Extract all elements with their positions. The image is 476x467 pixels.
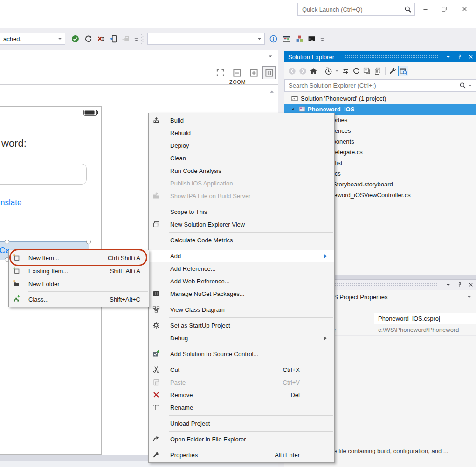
close-button[interactable] — [458, 4, 471, 14]
menu-item-calculate-code-metrics[interactable]: Calculate Code Metrics — [149, 234, 334, 247]
menu-item-manage-nuget-packages[interactable]: Manage NuGet Packages... — [149, 288, 334, 300]
menu-item-cut[interactable]: CutCtrl+X — [149, 364, 334, 376]
submenu-item-existing-item[interactable]: Existing Item...Shift+Alt+A — [9, 264, 149, 277]
deploy-device-button[interactable] — [108, 33, 119, 44]
property-value[interactable]: Phoneword_iOS.csproj — [374, 313, 476, 324]
collapse-all-button[interactable] — [362, 66, 372, 76]
preview-selected-items-button[interactable] — [398, 66, 408, 76]
restore-button[interactable] — [437, 4, 450, 14]
filter-dropdown-button[interactable] — [334, 66, 340, 76]
home-button[interactable] — [308, 66, 318, 76]
solution-explorer-titlebar[interactable]: Solution Explorer — [284, 51, 476, 62]
menu-item-build[interactable]: Build — [149, 114, 334, 127]
remove-icon — [152, 391, 163, 399]
menu-item-run-code-analysis[interactable]: Run Code Analysis — [149, 165, 334, 177]
import-button-disabled — [120, 33, 131, 44]
menu-item-debug[interactable]: Debug — [149, 332, 334, 344]
menu-icon-slot — [152, 277, 163, 286]
menu-item-rebuild[interactable]: Rebuild — [149, 127, 334, 139]
sync-button[interactable] — [83, 33, 94, 44]
arrow-slot — [322, 237, 329, 244]
menu-icon-slot — [152, 334, 163, 343]
debug-target-combo[interactable]: ached. — [0, 33, 65, 45]
packages-button[interactable] — [294, 33, 305, 44]
pane-pin-button[interactable] — [455, 281, 464, 289]
pane-menu-button[interactable] — [443, 281, 453, 289]
designer-label: word: — [1, 137, 27, 150]
menu-item-label: Publish iOS Application... — [170, 180, 238, 187]
scroll-up-button[interactable] — [268, 88, 276, 96]
scroll-up-icon — [269, 89, 275, 95]
zoom-in-button[interactable] — [247, 66, 260, 79]
fit-icon — [216, 69, 225, 77]
cancel-build-button[interactable] — [95, 33, 106, 44]
form-designer-button[interactable] — [281, 33, 292, 44]
battery-icon — [83, 110, 99, 116]
zoom-actual-size-button[interactable] — [262, 66, 276, 79]
menu-item-properties[interactable]: PropertiesAlt+Enter — [149, 449, 334, 461]
properties-button[interactable] — [387, 66, 398, 76]
submenu-arrow-icon — [322, 335, 329, 342]
menu-item-unload-project[interactable]: Unload Project — [149, 417, 334, 430]
menu-item-label: Clean — [170, 155, 186, 162]
menu-item-open-folder-in-file-explorer[interactable]: Open Folder in File Explorer — [149, 433, 334, 446]
property-value[interactable]: c:\WS\Phoneword\Phoneword_ — [374, 324, 476, 336]
expand-arrow-icon[interactable] — [289, 106, 296, 112]
run-checks-button[interactable] — [69, 33, 81, 44]
console-button[interactable] — [306, 33, 317, 44]
menu-item-add-reference[interactable]: Add Reference... — [149, 262, 334, 275]
menu-item-new-solution-explorer-view[interactable]: New Solution Explorer View — [149, 218, 334, 231]
pane-pin-button[interactable] — [455, 53, 464, 61]
refresh-button[interactable] — [351, 66, 361, 76]
designer-text-field[interactable] — [0, 164, 87, 185]
solution-explorer-search-input[interactable] — [289, 82, 459, 89]
menu-item-scope-to-this[interactable]: Scope to This — [149, 206, 334, 218]
menu-item-publish-ios-application: Publish iOS Application... — [149, 177, 334, 190]
menu-item-remove[interactable]: RemoveDel — [149, 389, 334, 401]
arrow-slot — [322, 221, 329, 228]
menu-separator — [169, 415, 333, 416]
info-button[interactable] — [268, 33, 279, 44]
menu-item-add-solution-to-source-control[interactable]: Add Solution to Source Control... — [149, 348, 334, 360]
sync-with-active-button[interactable] — [340, 66, 351, 76]
pane-menu-button[interactable] — [443, 53, 453, 61]
toolbar-overflow-button[interactable] — [132, 34, 140, 45]
menu-item-clean[interactable]: Clean — [149, 152, 334, 165]
solution-explorer-search[interactable] — [284, 79, 476, 92]
menu-item-view-class-diagram[interactable]: View Class Diagram — [149, 303, 334, 316]
arrow-slot — [322, 143, 329, 149]
arrow-slot — [322, 323, 329, 329]
menu-item-label: Calculate Code Metrics — [170, 237, 233, 244]
pane-close-button[interactable] — [466, 53, 476, 61]
menu-item-deploy[interactable]: Deploy — [149, 139, 334, 152]
menu-item-label: Add Solution to Source Control... — [170, 350, 258, 357]
zoom-out-button[interactable] — [230, 66, 243, 79]
toolbar-overflow-button-2[interactable] — [318, 34, 326, 45]
submenu-item-class[interactable]: Class...Shift+Alt+C — [9, 293, 149, 306]
submenu-item-new-folder[interactable]: New Folder — [9, 277, 149, 290]
tree-item-solution-phoneword-1-project[interactable]: Solution 'Phoneword' (1 project) — [284, 93, 476, 104]
minimize-button[interactable] — [419, 4, 432, 14]
menu-item-set-as-startup-project[interactable]: Set as StartUp Project — [149, 319, 334, 332]
menu-item-rename[interactable]: Rename — [149, 401, 334, 414]
menu-item-add-web-reference[interactable]: Add Web Reference... — [149, 275, 334, 288]
arrow-slot — [322, 209, 329, 215]
menu-item-add[interactable]: Add — [149, 250, 334, 262]
menu-icon-slot — [152, 154, 163, 163]
designer-translate-button[interactable]: nslate — [0, 198, 21, 207]
pending-changes-filter-button[interactable] — [323, 66, 333, 76]
quick-launch-box[interactable] — [297, 3, 415, 16]
ipa-icon — [152, 192, 163, 200]
selection-handle[interactable] — [86, 240, 91, 244]
submenu-item-new-item[interactable]: New Item...Ctrl+Shift+A — [9, 251, 149, 264]
close-icon — [462, 6, 468, 12]
zoom-fit-button[interactable] — [214, 66, 227, 79]
chevron-down-icon[interactable] — [267, 53, 274, 60]
toolbar-combo-empty[interactable] — [147, 33, 265, 45]
quick-launch-input[interactable] — [302, 6, 404, 13]
selection-handle[interactable] — [5, 240, 9, 244]
pane-close-button[interactable] — [466, 281, 476, 289]
info-icon — [269, 35, 277, 43]
arrow-slot — [322, 130, 329, 137]
show-all-files-button[interactable] — [373, 66, 383, 76]
